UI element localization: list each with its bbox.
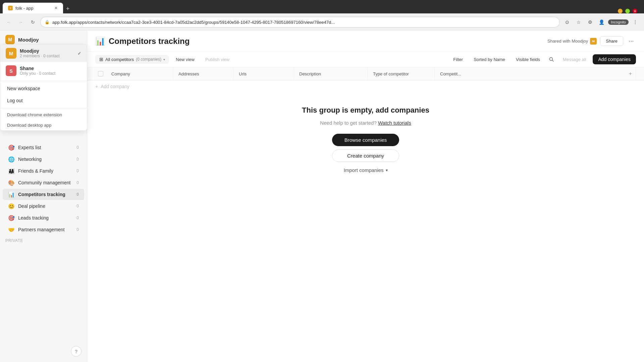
sidebar-item-competitors-tracking[interactable]: 📊 Competitors tracking 0 <box>3 189 84 200</box>
toolbar: ⊞ All competitors (0 companies) ▾ New vi… <box>87 52 644 67</box>
add-company-row[interactable]: + Add company <box>87 80 644 93</box>
bookmark-icon[interactable]: ☆ <box>574 17 583 27</box>
workspace-dropdown: M Moodjoy 2 members · 0 contact ✓ S Shan… <box>0 44 87 131</box>
sidebar-item-partners-management[interactable]: 🤝 Partners management 0 <box>3 224 84 235</box>
tab-close-button[interactable]: ✕ <box>54 6 58 10</box>
logout-action[interactable]: Log out <box>0 95 87 107</box>
dropdown-divider-2 <box>0 108 87 108</box>
sorted-by-button[interactable]: Sorted by Name <box>470 55 509 64</box>
friends-family-count: 0 <box>76 169 79 173</box>
workspace-item-shane[interactable]: S Shane Only you · 0 contact <box>0 62 87 79</box>
friends-family-emoji: 👨‍👩‍👧 <box>8 168 15 174</box>
col-urls: Urls <box>233 68 294 80</box>
community-mgmt-label: Community management <box>18 180 73 185</box>
chrome-extension-action[interactable]: Download chrome extension <box>0 110 87 120</box>
main-header: 📊 Competitors tracking Shared with Moodj… <box>87 31 644 52</box>
address-bar[interactable]: 🔒 app.folk.app/apps/contacts/network/cca… <box>40 17 560 27</box>
sidebar-item-community-management[interactable]: 🎨 Community management 0 <box>3 177 84 188</box>
dropdown-divider-1 <box>0 81 87 81</box>
competitors-tracking-emoji: 📊 <box>8 191 15 198</box>
forward-button[interactable]: → <box>16 17 25 27</box>
help-button[interactable]: ? <box>71 346 82 357</box>
workspace-name-shane: Shane <box>20 66 82 71</box>
filter-button[interactable]: Filter <box>449 55 467 64</box>
search-icon-button[interactable] <box>547 55 556 64</box>
community-mgmt-emoji: 🎨 <box>8 179 15 186</box>
message-all-button[interactable]: Message all <box>559 55 590 64</box>
lock-icon: 🔒 <box>45 20 50 24</box>
private-section-label: Private <box>0 236 87 246</box>
empty-state-subtitle: Need help to get started? Watch tutorial… <box>320 120 411 126</box>
col-description: Description <box>294 68 368 80</box>
sidebar-item-friends-family[interactable]: 👨‍👩‍👧 Friends & Family 0 <box>3 165 84 177</box>
share-button[interactable]: Share <box>600 36 623 46</box>
view-selector[interactable]: ⊞ All competitors (0 companies) ▾ <box>95 55 169 64</box>
browse-companies-button[interactable]: Browse companies <box>332 134 399 146</box>
workspace-meta-moodjoy: 2 members · 0 contact <box>20 54 74 58</box>
main-content: 📊 Competitors tracking Shared with Moodj… <box>87 31 644 362</box>
add-companies-button[interactable]: Add companies <box>593 54 636 64</box>
checkbox-all[interactable] <box>98 71 103 76</box>
leads-tracking-count: 0 <box>76 216 79 220</box>
sidebar-item-experts-list[interactable]: 🎯 Experts list 0 <box>3 142 84 153</box>
tab-title: folk - app <box>15 6 52 11</box>
empty-state-title: This group is empty, add companies <box>302 106 429 115</box>
browser-chrome: f folk - app ✕ + − □ ✕ ← → ↻ 🔒 app.folk.… <box>0 0 644 31</box>
active-tab[interactable]: f folk - app ✕ <box>3 3 63 13</box>
deal-pipeline-count: 0 <box>76 204 79 208</box>
cast-icon[interactable]: ⊙ <box>562 17 572 27</box>
sidebar: M Moodjoy M Moodjoy 2 members · 0 contac… <box>0 31 87 362</box>
table-header: Company Addresses Urls Description Type … <box>87 67 644 80</box>
add-column-button[interactable]: + <box>625 67 636 80</box>
view-label: All competitors <box>105 57 134 62</box>
more-options-button[interactable]: ··· <box>627 37 636 46</box>
extensions-icon[interactable]: ⚙ <box>585 17 595 27</box>
leads-tracking-emoji: 🎯 <box>8 215 15 221</box>
tab-favicon: f <box>8 6 13 10</box>
minimize-button[interactable]: − <box>618 9 623 13</box>
menu-icon[interactable]: ⋮ <box>631 17 640 27</box>
table-body: + Add company This group is empty, add c… <box>87 80 644 362</box>
profile-icon[interactable]: 👤 <box>597 17 606 27</box>
competitors-tracking-count: 0 <box>76 192 79 197</box>
publish-view-button[interactable]: Publish view <box>201 55 233 64</box>
workspace-name-moodjoy: Moodjoy <box>20 48 74 54</box>
workspace-avatar-moodjoy: M <box>6 48 16 59</box>
page-emoji: 📊 <box>95 37 105 46</box>
close-button[interactable]: ✕ <box>633 9 637 13</box>
sidebar-item-leads-tracking[interactable]: 🎯 Leads tracking 0 <box>3 212 84 224</box>
leads-tracking-label: Leads tracking <box>18 215 73 221</box>
import-companies-button[interactable]: Import companies ▾ <box>339 165 391 175</box>
visible-fields-button[interactable]: Visible fields <box>512 55 544 64</box>
networking-count: 0 <box>76 157 79 162</box>
shared-with-label: Shared with Moodjoy <box>547 39 588 44</box>
view-chevron-icon: ▾ <box>163 58 165 61</box>
reload-button[interactable]: ↻ <box>28 17 38 27</box>
shared-badge: M <box>590 38 597 45</box>
empty-state: This group is empty, add companies Need … <box>87 93 644 188</box>
import-companies-label: Import companies <box>343 167 383 173</box>
watch-tutorials-link[interactable]: Watch tutorials <box>378 120 411 126</box>
col-type-competitor: Type of competitor <box>368 68 435 80</box>
sidebar-item-networking[interactable]: 🌐 Networking 0 <box>3 154 84 165</box>
sidebar-item-deal-pipeline[interactable]: 😊 Deal pipeline 0 <box>3 200 84 212</box>
import-chevron-icon: ▾ <box>386 168 388 173</box>
workspace-info-shane: Shane Only you · 0 contact <box>20 66 82 76</box>
desktop-app-action[interactable]: Download desktop app <box>0 120 87 130</box>
col-company: Company <box>106 68 173 80</box>
view-icon: ⊞ <box>99 57 103 62</box>
address-text: app.folk.app/apps/contacts/network/ccaa7… <box>52 20 555 25</box>
back-button[interactable]: ← <box>4 17 13 27</box>
maximize-button[interactable]: □ <box>625 9 630 13</box>
select-all-checkbox[interactable] <box>95 68 106 80</box>
create-company-button[interactable]: Create company <box>332 149 399 162</box>
empty-state-actions: Browse companies Create company Import c… <box>332 134 399 175</box>
friends-family-label: Friends & Family <box>18 168 73 174</box>
workspace-item-moodjoy[interactable]: M Moodjoy 2 members · 0 contact ✓ <box>0 45 87 62</box>
new-tab-button[interactable]: + <box>63 4 72 13</box>
workspace-avatar-shane: S <box>6 65 16 76</box>
new-view-button[interactable]: New view <box>172 55 199 64</box>
experts-list-emoji: 🎯 <box>8 144 15 151</box>
new-workspace-action[interactable]: New workspace <box>0 82 87 95</box>
search-icon <box>549 57 554 62</box>
